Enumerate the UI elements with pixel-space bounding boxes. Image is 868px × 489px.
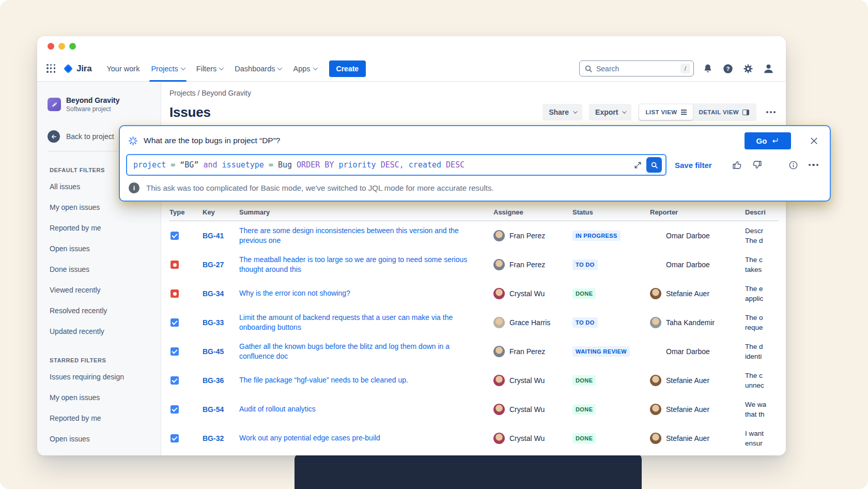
toolbar-more-button[interactable]: [763, 108, 779, 116]
thumbs-up-icon[interactable]: [731, 158, 744, 172]
detail-view-tab[interactable]: DETAIL VIEW: [693, 104, 755, 120]
window-zoom-button[interactable]: [69, 43, 76, 50]
sidebar-filter-reported-by-me[interactable]: Reported by me: [48, 218, 153, 238]
list-view-tab[interactable]: LIST VIEW: [639, 104, 692, 120]
issue-key-link[interactable]: BG-33: [203, 318, 239, 327]
table-row[interactable]: BG-36 The file package “hgf-value” needs…: [169, 366, 779, 395]
help-icon[interactable]: ?: [722, 63, 734, 75]
settings-gear-icon[interactable]: [742, 63, 754, 75]
chevron-down-icon: [180, 65, 185, 70]
assignee-avatar: [493, 230, 505, 241]
breadcrumb-projects-link[interactable]: Projects: [169, 89, 196, 97]
issue-summary-link[interactable]: There are some design inconsistencies be…: [239, 226, 493, 246]
assignee-avatar: [493, 259, 505, 270]
sidebar-filter-resolved-recently[interactable]: Resolved recently: [48, 300, 153, 321]
description-cell: The eapplic: [745, 284, 779, 303]
reporter-cell: Stefanie Auer: [650, 404, 745, 415]
assignee-cell: Grace Harris: [493, 317, 572, 328]
column-header-key: Key: [203, 208, 239, 216]
jira-logo[interactable]: Jira: [63, 64, 91, 74]
sidebar-filter-open-issues[interactable]: Open issues: [48, 238, 153, 259]
table-row[interactable]: BG-34 Why is the error icon not showing?…: [169, 279, 779, 308]
ai-question-row[interactable]: What are the top bugs in project “DP”? G…: [126, 132, 819, 149]
nav-item-filters[interactable]: Filters: [191, 56, 229, 82]
sidebar-filter-issues-requiring-design[interactable]: Issues requiring design: [48, 366, 153, 387]
table-row[interactable]: BG-45 Gather all the known bugs before t…: [169, 337, 779, 366]
window-close-button[interactable]: [48, 43, 54, 50]
sidebar-filter-my-open-issues[interactable]: My open issues: [48, 387, 153, 408]
sidebar-filter-open-issues[interactable]: Open issues: [48, 429, 153, 449]
issue-key-link[interactable]: BG-41: [203, 232, 239, 240]
notifications-bell-icon[interactable]: [702, 63, 714, 75]
column-header-assignee: Assignee: [493, 208, 572, 216]
jql-info-icon[interactable]: [788, 160, 798, 170]
issue-key-link[interactable]: BG-34: [203, 289, 239, 298]
app-switcher-icon[interactable]: [47, 64, 56, 73]
run-jql-search-button[interactable]: [646, 157, 662, 173]
sidebar-filter-viewed-recently[interactable]: Viewed recently: [48, 280, 153, 300]
jql-query-input[interactable]: project = “BG” and issuetype = Bug ORDER…: [126, 154, 667, 176]
issue-key-link[interactable]: BG-32: [203, 434, 239, 442]
issue-summary-link[interactable]: Limit the amount of backend requests tha…: [239, 313, 493, 333]
description-cell: DescrThe d: [745, 226, 779, 246]
mode-switch-notice: i This ask was too complicated for Basic…: [126, 182, 819, 193]
nav-item-your-work[interactable]: Your work: [101, 56, 145, 82]
close-panel-icon[interactable]: [808, 135, 819, 146]
status-badge: DONE: [572, 433, 596, 444]
marketing-background: Jira Your work Projects Filters Dashboar…: [0, 0, 868, 489]
breadcrumb-project-link[interactable]: Beyond Gravity: [202, 89, 251, 97]
table-body: BG-41 There are some design inconsistenc…: [169, 221, 779, 453]
export-button[interactable]: Export: [589, 104, 631, 120]
save-filter-link[interactable]: Save filter: [675, 161, 712, 170]
create-button[interactable]: Create: [329, 60, 366, 77]
issue-summary-link[interactable]: Why is the error icon not showing?: [239, 288, 493, 299]
chevron-down-icon: [219, 65, 224, 70]
task-type-icon: [171, 318, 179, 327]
assignee-cell: Fran Perez: [493, 259, 572, 270]
nav-item-projects[interactable]: Projects: [145, 56, 190, 82]
issue-summary-link[interactable]: Audit of rollout analytics: [239, 404, 493, 415]
issue-key-link[interactable]: BG-45: [203, 347, 239, 356]
task-type-icon: [171, 405, 179, 414]
reporter-name: Stefanie Auer: [666, 434, 709, 442]
table-row[interactable]: BG-41 There are some design inconsistenc…: [169, 221, 779, 250]
sidebar-filter-reported-by-me[interactable]: Reported by me: [48, 408, 153, 429]
reporter-avatar: [650, 375, 661, 386]
issue-summary-link[interactable]: Work out any potential edge cases pre-bu…: [239, 433, 493, 444]
issue-key-link[interactable]: BG-36: [203, 376, 239, 385]
thumbs-down-icon[interactable]: [750, 158, 764, 172]
share-button[interactable]: Share: [542, 104, 582, 120]
issue-summary-link[interactable]: The file package “hgf-value” needs to be…: [239, 375, 493, 386]
jql-more-icon[interactable]: [809, 164, 819, 166]
description-cell: The ctakes: [745, 255, 779, 274]
reporter-cell: Taha Kandemir: [650, 317, 745, 328]
table-row[interactable]: BG-27 The meatball header is too large s…: [169, 250, 779, 279]
nav-item-dashboards[interactable]: Dashboards: [229, 56, 287, 82]
jira-app-window: Jira Your work Projects Filters Dashboar…: [37, 36, 786, 455]
table-row[interactable]: BG-32 Work out any potential edge cases …: [169, 424, 779, 453]
column-header-reporter: Reporter: [650, 208, 745, 216]
user-avatar-icon[interactable]: [762, 63, 774, 75]
go-button[interactable]: Go: [745, 132, 791, 149]
filter-section-title: STARRED FILTERS: [50, 357, 153, 363]
expand-editor-icon[interactable]: [631, 158, 644, 172]
search-placeholder: Search: [596, 65, 619, 73]
assignee-name: Crystal Wu: [509, 376, 545, 385]
table-row[interactable]: BG-54 Audit of rollout analytics Crystal…: [169, 395, 779, 424]
sidebar-filter-updated-recently[interactable]: Updated recently: [48, 321, 153, 342]
status-badge: WAITING REVIEW: [572, 346, 630, 357]
search-icon: [584, 65, 593, 73]
issue-summary-link[interactable]: Gather all the known bugs before the bli…: [239, 342, 493, 362]
issue-key-link[interactable]: BG-54: [203, 405, 239, 414]
nav-item-apps[interactable]: Apps: [287, 56, 322, 82]
window-minimize-button[interactable]: [58, 43, 65, 50]
reporter-cell: Stefanie Auer: [650, 375, 745, 386]
search-input[interactable]: Search /: [579, 60, 694, 77]
sidebar-filter-done-issues[interactable]: Done issues: [48, 259, 153, 280]
issue-summary-link[interactable]: The meatball header is too large so we a…: [239, 255, 493, 275]
issue-key-link[interactable]: BG-27: [203, 261, 239, 269]
reporter-name: Omar Darboe: [666, 232, 710, 240]
assignee-avatar: [493, 375, 505, 386]
project-header[interactable]: Beyond Gravity Software project: [48, 96, 153, 113]
table-row[interactable]: BG-33 Limit the amount of backend reques…: [169, 308, 779, 337]
